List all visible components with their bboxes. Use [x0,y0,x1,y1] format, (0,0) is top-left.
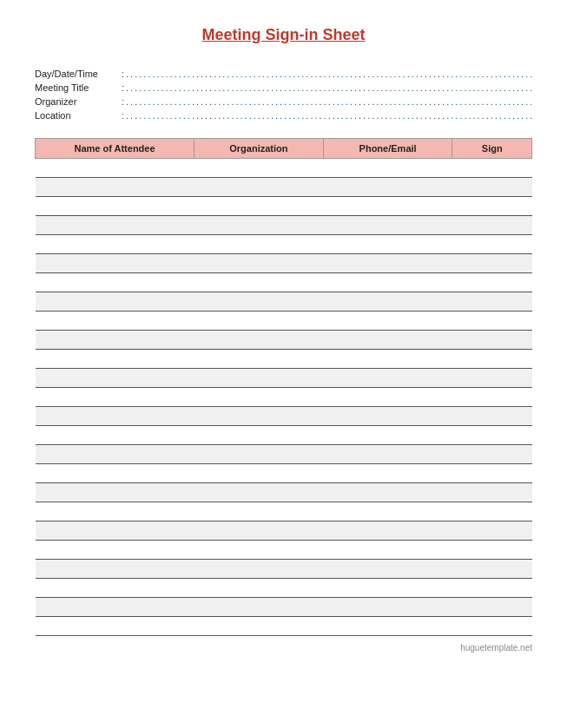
table-cell [452,312,532,331]
table-cell [323,426,452,445]
table-row [36,312,532,331]
table-cell [323,216,452,235]
table-cell [194,541,324,560]
table-cell [323,560,452,579]
table-cell [36,216,194,235]
header-name: Name of Attendee [36,139,194,159]
table-row [36,197,532,216]
table-row [36,216,532,235]
table-cell [323,254,452,273]
table-cell [323,407,452,426]
sign-in-table: Name of Attendee Organization Phone/Emai… [35,138,532,636]
table-cell [323,617,452,636]
table-cell [323,159,452,178]
table-row [36,598,532,617]
table-cell [36,369,194,388]
table-cell [194,407,324,426]
table-cell [194,159,324,178]
table-row [36,541,532,560]
header-org: Organization [194,139,324,159]
table-cell [452,216,532,235]
table-cell [323,541,452,560]
table-cell [194,292,324,312]
table-cell [194,521,324,541]
meta-row: Day/Date/Time:..........................… [35,69,532,79]
table-cell [323,502,452,521]
table-cell [323,464,452,483]
table-cell [452,178,532,197]
table-cell [323,521,452,541]
table-cell [194,369,324,388]
header-sign: Sign [452,139,532,159]
table-cell [323,598,452,617]
table-cell [36,464,194,483]
table-row [36,254,532,273]
table-cell [36,598,194,617]
table-cell [452,388,532,407]
table-cell [323,350,452,369]
table-body [36,159,532,636]
table-cell [323,178,452,197]
table-cell [323,388,452,407]
table-cell [36,407,194,426]
table-cell [36,331,194,350]
table-cell [194,502,324,521]
table-cell [452,617,532,636]
meta-row: Location:...............................… [35,110,532,121]
table-cell [323,445,452,464]
meta-label: Day/Date/Time [35,69,122,79]
table-row [36,159,532,178]
table-cell [36,312,194,331]
table-cell [452,292,532,312]
table-cell [452,541,532,560]
table-row [36,350,532,369]
meta-dots: :.......................................… [122,96,532,107]
table-row [36,388,532,407]
table-cell [452,598,532,617]
table-cell [36,178,194,197]
table-cell [194,560,324,579]
table-cell [36,541,194,560]
table-cell [323,331,452,350]
table-cell [194,312,324,331]
table-cell [452,407,532,426]
table-row [36,426,532,445]
table-cell [323,197,452,216]
table-cell [36,560,194,579]
table-row [36,273,532,292]
table-cell [194,426,324,445]
table-cell [194,216,324,235]
table-cell [36,273,194,292]
meta-label: Organizer [35,96,122,107]
footer-credit: huguetemplate.net [35,643,532,653]
table-row [36,292,532,312]
table-row [36,560,532,579]
meta-dots: :.......................................… [122,82,532,93]
table-cell [194,273,324,292]
meta-dots: :.......................................… [122,110,532,121]
page-title: Meeting Sign-in Sheet [35,26,532,44]
table-cell [452,464,532,483]
table-cell [194,598,324,617]
table-cell [194,445,324,464]
table-row [36,369,532,388]
table-cell [323,483,452,502]
table-cell [452,369,532,388]
table-row [36,617,532,636]
table-cell [36,235,194,254]
table-cell [194,350,324,369]
table-cell [36,483,194,502]
table-cell [323,235,452,254]
table-cell [194,483,324,502]
table-cell [452,254,532,273]
table-row [36,521,532,541]
meta-label: Meeting Title [35,82,122,93]
table-cell [323,369,452,388]
table-cell [194,254,324,273]
table-cell [452,197,532,216]
table-cell [36,197,194,216]
table-row [36,483,532,502]
header-phone: Phone/Email [323,139,452,159]
table-cell [36,254,194,273]
table-cell [36,350,194,369]
